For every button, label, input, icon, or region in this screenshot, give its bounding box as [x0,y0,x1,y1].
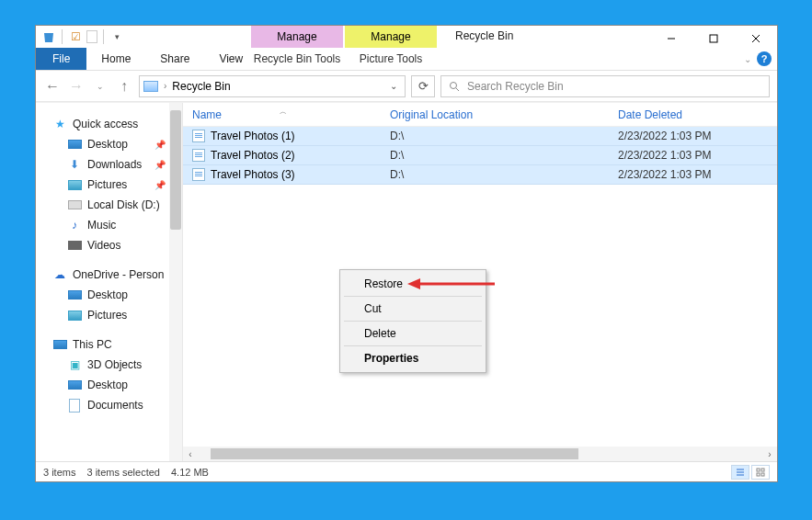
svg-rect-1 [710,35,717,42]
nav-history-icon[interactable]: ⌄ [91,77,109,96]
column-headers: ︿Name Original Location Date Deleted [183,103,777,127]
pictures-icon [68,180,82,190]
pin-icon: 📌 [154,140,166,150]
column-original-location[interactable]: Original Location [390,108,618,121]
pictures-icon [68,311,82,321]
objects-3d-icon: ▣ [67,357,82,372]
chevron-right-icon: › [164,81,166,91]
star-icon: ★ [52,117,67,131]
table-row[interactable]: Travel Photos (3) D:\ 2/23/2022 1:03 PM [183,165,777,185]
address-bar[interactable]: › Recycle Bin ⌄ [139,75,406,97]
disk-icon [68,200,82,209]
pin-icon: 📌 [154,180,166,190]
desktop-icon [68,290,82,300]
location-recycle-icon [143,81,158,92]
properties-icon[interactable]: ☑ [68,29,83,44]
video-icon [68,241,82,250]
view-large-button[interactable] [751,465,770,480]
search-placeholder: Search Recycle Bin [467,80,564,93]
sidebar-thispc[interactable]: This PC [36,334,182,355]
status-bar: 3 items 3 items selected 4.12 MB [36,461,777,481]
main-area: ★ Quick access Desktop📌 ⬇Downloads📌 Pict… [36,102,777,461]
navigation-pane: ★ Quick access Desktop📌 ⬇Downloads📌 Pict… [36,103,183,461]
sidebar-item-videos[interactable]: Videos [36,235,182,255]
sidebar-item-documents[interactable]: Documents [36,395,182,415]
scrollbar-thumb[interactable] [211,448,578,459]
address-location: Recycle Bin [172,80,230,93]
address-bar-row: ← → ⌄ ↑ › Recycle Bin ⌄ ⟳ Search Recycle… [36,71,777,102]
context-properties[interactable]: Properties [344,346,482,370]
ribbon-expand-icon[interactable]: ⌄ [744,54,751,64]
table-row[interactable]: Travel Photos (2) D:\ 2/23/2022 1:03 PM [183,146,777,165]
document-icon [69,399,80,413]
file-icon [192,130,205,142]
share-tab[interactable]: Share [145,48,204,70]
sort-indicator-icon: ︿ [280,107,287,117]
explorer-window: ☑ ▾ Manage Recycle Bin Tools Manage Pict… [35,25,778,482]
svg-point-4 [451,82,457,88]
status-item-count: 3 items [43,467,75,478]
qat-dropdown-icon[interactable]: ▾ [109,29,124,44]
help-icon[interactable]: ? [757,51,772,66]
sidebar-item-pc-desktop[interactable]: Desktop [36,375,182,395]
sidebar-item-pictures[interactable]: Pictures📌 [36,175,182,195]
view-tab[interactable]: View [204,48,257,70]
desktop-icon [68,140,82,149]
download-icon: ⬇ [67,157,82,172]
scroll-right-icon[interactable]: › [762,447,777,460]
sidebar-item-music[interactable]: ♪Music [36,215,182,235]
svg-rect-11 [757,469,760,471]
column-name[interactable]: ︿Name [183,108,390,121]
sidebar-item-desktop[interactable]: Desktop📌 [36,134,182,154]
status-size: 4.12 MB [171,467,209,478]
file-icon [192,149,205,162]
file-icon [192,168,205,181]
file-tab[interactable]: File [36,48,86,70]
context-menu: Restore Cut Delete Properties [339,269,486,373]
svg-rect-12 [761,469,764,471]
sidebar-item-localdisk[interactable]: Local Disk (D:) [36,195,182,215]
sidebar-scrollbar[interactable] [169,103,182,461]
view-details-button[interactable] [731,465,749,480]
sidebar-item-od-desktop[interactable]: Desktop [36,285,182,305]
table-row[interactable]: Travel Photos (1) D:\ 2/23/2022 1:03 PM [183,127,777,146]
nav-up-button[interactable]: ↑ [115,77,133,96]
context-restore[interactable]: Restore [344,272,482,297]
scroll-left-icon[interactable]: ‹ [183,447,198,460]
title-bar: ☑ ▾ Manage Recycle Bin Tools Manage Pict… [36,26,777,71]
desktop-icon [68,380,82,390]
svg-line-5 [456,88,459,91]
svg-rect-13 [757,473,760,476]
cloud-icon: ☁ [52,267,67,282]
window-title: Recycle Bin [455,29,513,42]
nav-back-button[interactable]: ← [43,77,62,96]
status-selected-count: 3 items selected [86,467,159,478]
recycle-bin-icon [41,29,56,44]
music-icon: ♪ [67,218,82,232]
sidebar-item-od-pictures[interactable]: Pictures [36,305,182,325]
search-icon [449,81,460,92]
refresh-button[interactable]: ⟳ [411,75,435,97]
context-cut[interactable]: Cut [344,297,482,322]
context-delete[interactable]: Delete [344,322,482,346]
search-input[interactable]: Search Recycle Bin [440,75,770,97]
scrollbar-thumb[interactable] [170,110,181,230]
qat-new-icon[interactable] [86,30,97,43]
column-date-deleted[interactable]: Date Deleted [618,108,777,121]
sidebar-quick-access[interactable]: ★ Quick access [36,114,182,134]
sidebar-onedrive[interactable]: ☁OneDrive - Person [36,265,182,285]
home-tab[interactable]: Home [86,48,145,70]
pc-icon [53,340,67,349]
pin-icon: 📌 [154,160,166,170]
svg-rect-14 [761,473,764,476]
nav-forward-button[interactable]: → [67,77,86,96]
horizontal-scrollbar[interactable]: ‹ › [183,447,777,461]
file-list: Travel Photos (1) D:\ 2/23/2022 1:03 PM … [183,127,777,185]
sidebar-item-3dobjects[interactable]: ▣3D Objects [36,355,182,375]
sidebar-item-downloads[interactable]: ⬇Downloads📌 [36,154,182,175]
address-dropdown-icon[interactable]: ⌄ [390,81,397,91]
